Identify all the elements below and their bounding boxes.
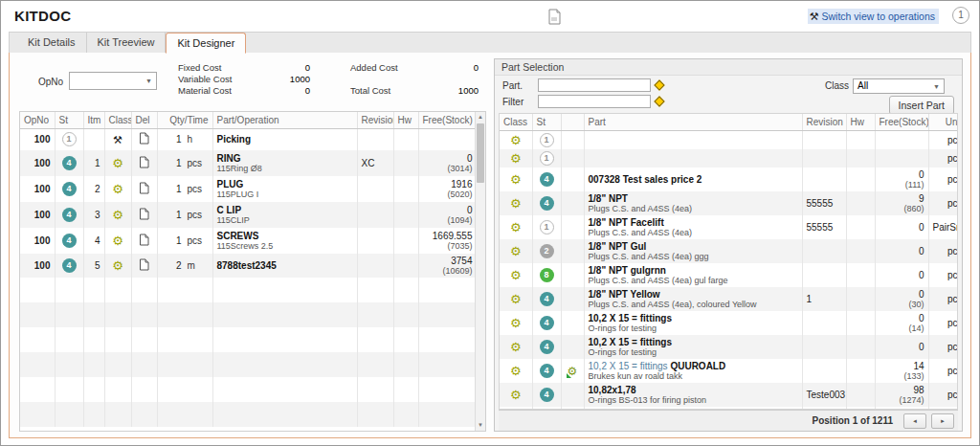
- status-badge: 8: [540, 268, 554, 282]
- opno-select[interactable]: ▼: [69, 72, 157, 90]
- kit-structure-panel: OpNo ▼ Fixed Cost0Added Cost0Variable Co…: [19, 58, 486, 432]
- qty-cell: 1pcs: [157, 228, 212, 254]
- column-header[interactable]: Free(Stock): [418, 112, 477, 129]
- tab-kit-treeview[interactable]: Kit Treeview: [87, 33, 167, 53]
- ps-table-row[interactable]: ⚙4007328 Test sales price 20(111)pcs: [500, 167, 958, 191]
- scroll-down-icon[interactable]: ▼: [476, 420, 485, 431]
- delete-row-icon[interactable]: [139, 186, 149, 196]
- part-link[interactable]: 10,2 X 15 = fittings: [589, 361, 668, 371]
- ps-table-row[interactable]: ⚙1pcs: [500, 131, 958, 150]
- tab-kit-designer[interactable]: Kit Designer: [166, 33, 246, 54]
- ps-table-row[interactable]: ⚙410,82x1,78O-rings BS-013 for firing pi…: [500, 383, 958, 407]
- kit-table-row[interactable]: 10044⚙1pcsSCREWS115Screws 2.51669.555(70…: [20, 228, 477, 254]
- cost-label: Total Cost: [350, 85, 419, 97]
- column-header[interactable]: Qty/Time: [157, 112, 212, 129]
- cost-label: [350, 74, 419, 85]
- part-selection-title: Part Selection: [495, 59, 962, 76]
- column-header[interactable]: Free(Stock): [875, 114, 928, 131]
- column-header[interactable]: St: [532, 114, 561, 131]
- column-header[interactable]: Class: [500, 114, 532, 131]
- revision-cell: XC: [357, 150, 393, 176]
- kit-table-row[interactable]: 10043⚙1pcsC LIP115CLIP0(1094): [20, 202, 477, 228]
- ps-table-row[interactable]: ⚙21/8" NPT GulPlugs C.S. and A4SS (4ea) …: [500, 239, 958, 263]
- switch-view-link[interactable]: ⚒ Switch view to operations: [808, 9, 939, 24]
- ps-table-row[interactable]: ⚙41/8" NPTPlugs C.S. and A4SS (4ea)55555…: [500, 191, 958, 215]
- document-icon[interactable]: [546, 9, 562, 26]
- delete-row-icon[interactable]: [139, 212, 149, 222]
- status-cell: 4: [55, 150, 83, 176]
- revision-cell: [802, 359, 846, 383]
- status-cell: 1: [532, 149, 561, 167]
- status-badge: 4: [540, 364, 554, 378]
- chevron-down-icon: ▼: [145, 78, 152, 84]
- class-cell: ⚙: [104, 150, 131, 176]
- delete-row-icon[interactable]: [139, 237, 149, 248]
- column-header[interactable]: Part: [584, 114, 802, 131]
- column-header[interactable]: Unit: [928, 114, 958, 131]
- part-class-gear-icon: ⚙: [510, 172, 522, 187]
- column-header[interactable]: Class: [104, 112, 131, 129]
- part-cell: 1/8" NPT FaceliftPlugs C.S. and A4SS (4e…: [584, 215, 802, 239]
- scroll-up-icon[interactable]: ▲: [476, 112, 485, 123]
- status-badge: 4: [540, 196, 554, 211]
- column-header[interactable]: Hw: [393, 112, 418, 129]
- kit-table-scrollbar[interactable]: ▲ ▼: [475, 112, 485, 431]
- free-stock-cell: 0(30): [875, 287, 928, 311]
- status-cell: 4: [532, 311, 561, 335]
- kit-table-row[interactable]: 10042⚙1pcsPLUG115PLUG I1916(5020): [20, 176, 477, 202]
- column-header[interactable]: Revision: [357, 112, 393, 129]
- column-header[interactable]: Revision: [802, 114, 846, 131]
- ps-table-row[interactable]: ⚙41/8" NPT YellowPlugs C.S. and A4SS (4e…: [500, 287, 958, 311]
- prev-page-button[interactable]: ◄: [903, 413, 926, 429]
- scrollbar-thumb[interactable]: [477, 123, 484, 183]
- ps-table-row[interactable]: ⚙410,2 X 15 = fittingsO-rings for testin…: [500, 311, 958, 335]
- part-lookup-diamond-icon[interactable]: [654, 79, 664, 90]
- revision-cell: [357, 202, 393, 228]
- kit-table-row[interactable]: 10045⚙2m8788test23453754(10609): [20, 254, 477, 278]
- pagination-bar: Position 1 of 1211 ◄ ►: [499, 410, 958, 431]
- kit-cell: [561, 383, 584, 407]
- ps-table-row[interactable]: ⚙1pcs: [500, 149, 958, 167]
- column-header[interactable]: OpNo: [20, 112, 55, 129]
- part-input[interactable]: [538, 78, 651, 92]
- column-header[interactable]: [561, 114, 584, 131]
- class-cell: ⚙: [500, 149, 532, 167]
- kit-table-row[interactable]: 10041⚙1pcsRING115Ring Ø8XC0(3014): [20, 150, 477, 176]
- next-page-button[interactable]: ►: [931, 413, 954, 429]
- ps-table-row[interactable]: ⚙410,2 X 15 = fittingsO-rings for testin…: [500, 335, 958, 359]
- delete-row-icon[interactable]: [139, 160, 149, 170]
- column-header[interactable]: Itm: [83, 112, 104, 129]
- delete-row-icon[interactable]: [139, 136, 149, 146]
- delete-cell: [131, 254, 157, 278]
- hw-cell: [846, 149, 875, 167]
- ps-table-row[interactable]: ⚙11/8" NPT FaceliftPlugs C.S. and A4SS (…: [500, 215, 958, 239]
- item-cell: 5: [83, 254, 104, 278]
- column-header[interactable]: Hw: [846, 114, 875, 131]
- delete-row-icon[interactable]: [139, 262, 149, 273]
- ps-table-row[interactable]: ⚙81/8" NPT gulgrnnPlugs C.S. and A4SS (4…: [500, 263, 958, 287]
- free-stock-cell: 0: [875, 239, 928, 263]
- kit-cell: [561, 167, 584, 191]
- column-header[interactable]: Part/Operation: [212, 112, 357, 129]
- item-cell: 3: [83, 202, 104, 228]
- part-label: Part.: [502, 80, 523, 91]
- hw-cell: [846, 191, 875, 215]
- insert-part-button[interactable]: Insert Part: [889, 96, 954, 115]
- free-stock-cell: 0(1094): [418, 202, 477, 228]
- part-cell: 1/8" NPTPlugs C.S. and A4SS (4ea): [584, 191, 802, 215]
- filter-lookup-diamond-icon[interactable]: [654, 96, 664, 106]
- class-select[interactable]: All ▼: [853, 78, 945, 94]
- ps-table-row[interactable]: ⚙4⚙10,2 X 15 = fittings QUUROALDBrukes k…: [500, 359, 958, 383]
- tab-kit-details[interactable]: Kit Details: [17, 33, 87, 53]
- column-header[interactable]: Del: [131, 112, 157, 129]
- kit-cell: [561, 191, 584, 215]
- kit-table-row[interactable]: 1001⚒1hPicking: [20, 129, 477, 150]
- part-operation-cell: RING115Ring Ø8: [212, 150, 357, 176]
- column-header[interactable]: St: [55, 112, 83, 129]
- filter-input[interactable]: [538, 95, 651, 108]
- kit-cell: [561, 311, 584, 335]
- counter-badge[interactable]: 1: [952, 7, 969, 24]
- unit-cell: pcs: [928, 167, 958, 191]
- hw-cell: [846, 167, 875, 191]
- part-operation-cell: 8788test2345: [212, 254, 357, 278]
